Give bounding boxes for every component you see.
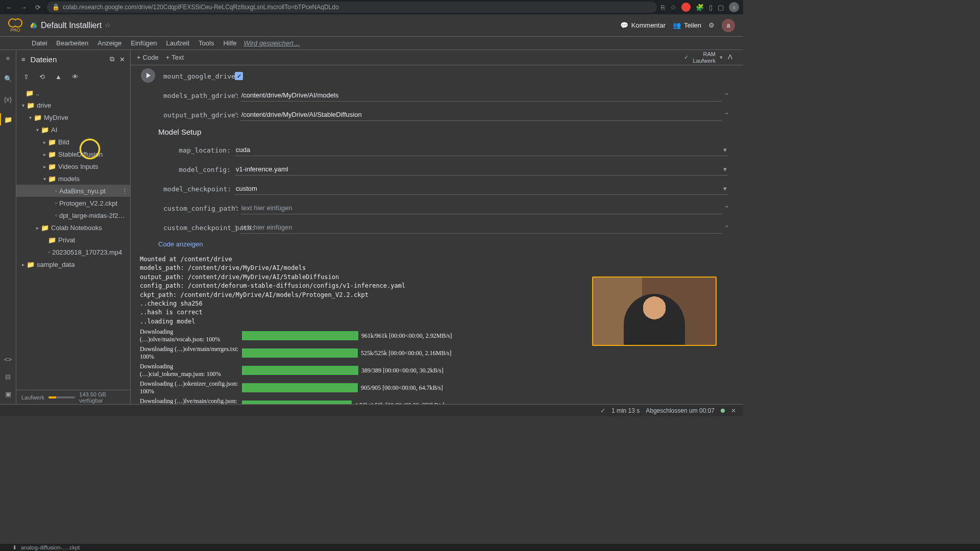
forward-icon[interactable]: →: [18, 2, 29, 12]
mount-label: mount_google_drive:: [163, 72, 235, 80]
extensions-icon[interactable]: 🧩: [696, 4, 704, 11]
custom-config-input[interactable]: [240, 202, 723, 214]
download-row: Downloading (…)cial_tokens_map.json: 100…: [140, 363, 728, 378]
main-layout: ≡ 🔍 {x} 📁 <> ⊟ ▣ ≡ Dateien ⧉ ✕ ⇧ ⟲ ▲ 👁 📁…: [0, 50, 743, 404]
tree-adabins[interactable]: ▫AdaBins_nyu.pt⋮: [16, 185, 130, 197]
tree-models[interactable]: ▾📁models: [16, 172, 130, 185]
tree-drive[interactable]: ▾📁drive: [16, 99, 130, 111]
menu-tools[interactable]: Tools: [194, 38, 218, 48]
tree-up[interactable]: 📁..: [16, 87, 130, 99]
menu-datei[interactable]: Datei: [28, 38, 51, 48]
close-panel-icon[interactable]: ✕: [119, 56, 125, 63]
star-icon[interactable]: ☆: [105, 21, 111, 29]
share-icon: 👥: [673, 21, 681, 29]
download-row: Downloading (…)olve/main/merges.txt: 100…: [140, 345, 728, 361]
tree-mydrive[interactable]: ▾📁MyDrive: [16, 111, 130, 123]
run-cell-button[interactable]: [141, 68, 155, 83]
model-config-select[interactable]: v1-inference.yaml▾: [235, 163, 728, 176]
terminal-icon[interactable]: ▣: [3, 389, 13, 399]
connection-status[interactable]: ✓ RAM Laufwerk ▾: [684, 51, 723, 63]
menu-einfuegen[interactable]: Einfügen: [127, 38, 161, 48]
drive-icon: [30, 22, 38, 29]
model-checkpoint-select[interactable]: custom▾: [235, 183, 728, 195]
chevron-down-icon: ▾: [723, 185, 727, 192]
tree-colab-notebooks[interactable]: ▸📁Colab Notebooks: [16, 221, 130, 234]
chevron-down-icon: ▾: [723, 146, 727, 154]
file-panel-toolbar: ⇧ ⟲ ▲ 👁: [16, 68, 130, 85]
check-icon: ✓: [684, 54, 689, 61]
back-icon[interactable]: ←: [4, 2, 14, 12]
form-cell: mount_google_drive: ✓ models_path_gdrive…: [163, 69, 728, 404]
notebook-title[interactable]: Default Installiert: [41, 21, 102, 30]
browser-avatar[interactable]: a: [729, 2, 739, 12]
side-panel-icon[interactable]: ▯: [709, 4, 713, 11]
tree-videos-inputs[interactable]: ▸📁Videos Inputs: [16, 160, 130, 172]
translate-icon[interactable]: ⎘: [661, 4, 665, 11]
tree-stablediffusion[interactable]: ▸📁StableDiffusion: [16, 148, 130, 160]
map-location-select[interactable]: cuda▾: [235, 144, 728, 156]
tree-protogen[interactable]: ▫Protogen_V2.2.ckpt: [16, 197, 130, 209]
add-code-button[interactable]: +Code: [137, 54, 159, 61]
output-path-input[interactable]: [240, 109, 723, 121]
models-path-input[interactable]: [240, 89, 723, 102]
comment-button[interactable]: 💬 Kommentar: [620, 21, 666, 29]
menu-laufzeit[interactable]: Laufzeit: [162, 38, 194, 48]
menu-hilfe[interactable]: Hilfe: [219, 38, 240, 48]
variables-icon[interactable]: {x}: [3, 94, 13, 104]
close-status-icon[interactable]: ✕: [731, 407, 736, 414]
file-panel-footer: Laufwerk 143.50 GB verfügbar: [16, 390, 130, 404]
bookmark-star-icon[interactable]: ☆: [670, 4, 676, 11]
custom-ckpt-input[interactable]: [240, 221, 723, 234]
add-text-button[interactable]: +Text: [166, 54, 184, 61]
map-location-label: map_location:: [163, 146, 235, 154]
user-avatar[interactable]: a: [722, 19, 735, 32]
status-bar: ✓ 1 min 13 s Abgeschlossen um 00:07 ✕: [0, 404, 743, 416]
disk-usage-bar: [48, 396, 76, 398]
menu-anzeige[interactable]: Anzeige: [93, 38, 126, 48]
show-code-link[interactable]: Code anzeigen: [158, 240, 728, 248]
extension-red-icon[interactable]: [681, 3, 691, 12]
check-icon: ✓: [600, 407, 605, 414]
colab-header: PRO Default Installiert ☆ 💬 Kommentar 👥 …: [0, 14, 743, 37]
row-more-icon[interactable]: ⋮: [121, 187, 128, 195]
custom-config-label: custom_config_path:: [163, 205, 235, 212]
save-status: Wird gespeichert…: [243, 39, 300, 47]
panel-menu-icon[interactable]: ≡: [21, 56, 26, 63]
tree-bild[interactable]: ▸📁Bild: [16, 136, 130, 148]
left-rail: ≡ 🔍 {x} 📁 <> ⊟ ▣: [0, 50, 16, 404]
file-panel: ≡ Dateien ⧉ ✕ ⇧ ⟲ ▲ 👁 📁.. ▾📁drive ▾📁MyDr…: [16, 50, 131, 404]
mount-drive-icon[interactable]: ▲: [55, 73, 62, 81]
video-overlay[interactable]: [592, 277, 717, 346]
panel-icon[interactable]: ▢: [718, 4, 724, 11]
tree-sample-data[interactable]: ▸📁sample_data: [16, 258, 130, 270]
tree-mp4[interactable]: ▫20230518_170723.mp4: [16, 246, 130, 258]
code-snippets-icon[interactable]: <>: [3, 354, 13, 364]
menu-bearbeiten[interactable]: Bearbeiten: [52, 38, 92, 48]
model-setup-heading: Model Setup: [158, 128, 728, 136]
collapse-icon[interactable]: ᐱ: [728, 53, 737, 62]
mount-checkbox[interactable]: ✓: [235, 72, 243, 80]
reload-icon[interactable]: ⟳: [33, 2, 43, 12]
browser-extensions: ⎘ ☆ 🧩 ▯ ▢ a: [661, 2, 739, 12]
toggle-hidden-icon[interactable]: 👁: [72, 73, 79, 81]
tree-privat[interactable]: 📁Privat: [16, 234, 130, 246]
colab-logo[interactable]: PRO: [8, 18, 22, 33]
refresh-icon[interactable]: ⟲: [39, 73, 45, 81]
tree-dpt[interactable]: ▫dpt_large-midas-2f21…: [16, 209, 130, 221]
share-button[interactable]: 👥 Teilen: [673, 21, 701, 29]
new-window-icon[interactable]: ⧉: [110, 55, 114, 63]
address-bar[interactable]: 🔒 colab.research.google.com/drive/120Cdq…: [47, 2, 657, 13]
url-text: colab.research.google.com/drive/120Cdqpl…: [63, 4, 339, 11]
models-path-label: models_path_gdrive:: [163, 92, 235, 99]
model-checkpoint-label: model_checkpoint:: [163, 185, 235, 193]
toc-icon[interactable]: ≡: [3, 53, 13, 63]
search-icon[interactable]: 🔍: [3, 73, 13, 84]
settings-icon[interactable]: ⚙: [708, 21, 715, 29]
chevron-down-icon: ▾: [723, 165, 727, 173]
files-icon[interactable]: 📁: [3, 114, 13, 124]
content-toolbar: +Code +Text ✓ RAM Laufwerk ▾ ᐱ: [131, 50, 743, 65]
command-palette-icon[interactable]: ⊟: [3, 371, 13, 382]
tree-ai[interactable]: ▾📁AI: [16, 123, 130, 136]
file-tree: 📁.. ▾📁drive ▾📁MyDrive ▾📁AI ▸📁Bild ▸📁Stab…: [16, 85, 130, 390]
upload-icon[interactable]: ⇧: [23, 73, 29, 81]
